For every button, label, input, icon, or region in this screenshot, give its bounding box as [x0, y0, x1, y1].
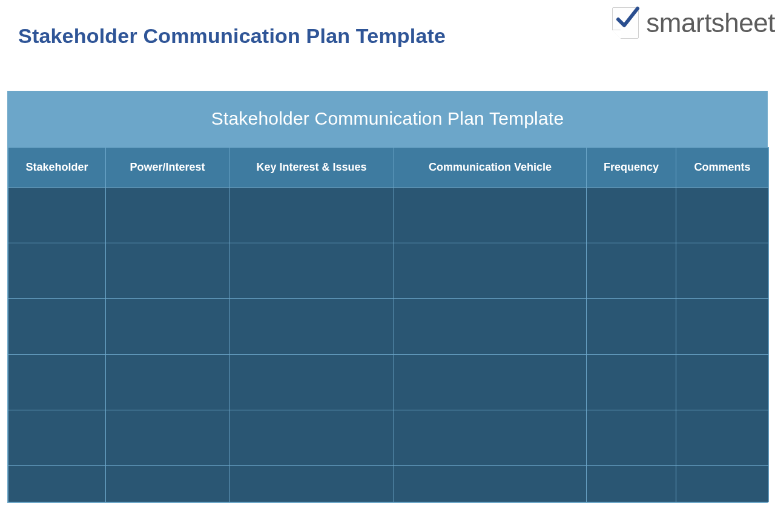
cell[interactable]: [394, 410, 587, 466]
checkmark-page-icon: [608, 6, 642, 40]
cell[interactable]: [106, 299, 229, 355]
document-header: Stakeholder Communication Plan Template …: [0, 0, 775, 85]
table-row: [8, 243, 769, 299]
cell[interactable]: [8, 355, 106, 410]
brand-logo: smartsheet: [608, 6, 775, 40]
cell[interactable]: [676, 188, 769, 243]
cell[interactable]: [8, 410, 106, 466]
table-row: [8, 466, 769, 502]
cell[interactable]: [394, 243, 587, 299]
cell[interactable]: [106, 243, 229, 299]
cell[interactable]: [394, 299, 587, 355]
cell[interactable]: [587, 188, 676, 243]
col-comments: Comments: [676, 148, 769, 188]
cell[interactable]: [394, 188, 587, 243]
cell[interactable]: [587, 243, 676, 299]
cell[interactable]: [106, 188, 229, 243]
table-banner-title: Stakeholder Communication Plan Template: [8, 91, 767, 147]
col-communication-vehicle: Communication Vehicle: [394, 148, 587, 188]
cell[interactable]: [229, 243, 394, 299]
cell[interactable]: [676, 243, 769, 299]
cell[interactable]: [676, 299, 769, 355]
cell[interactable]: [8, 243, 106, 299]
cell[interactable]: [229, 410, 394, 466]
cell[interactable]: [106, 355, 229, 410]
cell[interactable]: [587, 466, 676, 502]
cell[interactable]: [394, 466, 587, 502]
cell[interactable]: [587, 299, 676, 355]
table-row: [8, 299, 769, 355]
cell[interactable]: [106, 466, 229, 502]
cell[interactable]: [676, 410, 769, 466]
table-row: [8, 188, 769, 243]
cell[interactable]: [676, 355, 769, 410]
cell[interactable]: [229, 188, 394, 243]
col-stakeholder: Stakeholder: [8, 148, 106, 188]
brand-name: smartsheet: [646, 8, 775, 38]
cell[interactable]: [229, 355, 394, 410]
cell[interactable]: [8, 299, 106, 355]
cell[interactable]: [676, 466, 769, 502]
cell[interactable]: [8, 466, 106, 502]
table-row: [8, 410, 769, 466]
cell[interactable]: [229, 466, 394, 502]
communication-plan-table: Stakeholder Communication Plan Template …: [7, 91, 768, 503]
col-frequency: Frequency: [587, 148, 676, 188]
col-power-interest: Power/Interest: [106, 148, 229, 188]
col-key-interest-issues: Key Interest & Issues: [229, 148, 394, 188]
cell[interactable]: [394, 355, 587, 410]
table-body: [8, 188, 769, 502]
cell[interactable]: [229, 299, 394, 355]
table-header-row: Stakeholder Power/Interest Key Interest …: [8, 148, 769, 188]
table-row: [8, 355, 769, 410]
cell[interactable]: [587, 355, 676, 410]
plan-table: Stakeholder Power/Interest Key Interest …: [8, 147, 769, 502]
cell[interactable]: [106, 410, 229, 466]
cell[interactable]: [8, 188, 106, 243]
cell[interactable]: [587, 410, 676, 466]
